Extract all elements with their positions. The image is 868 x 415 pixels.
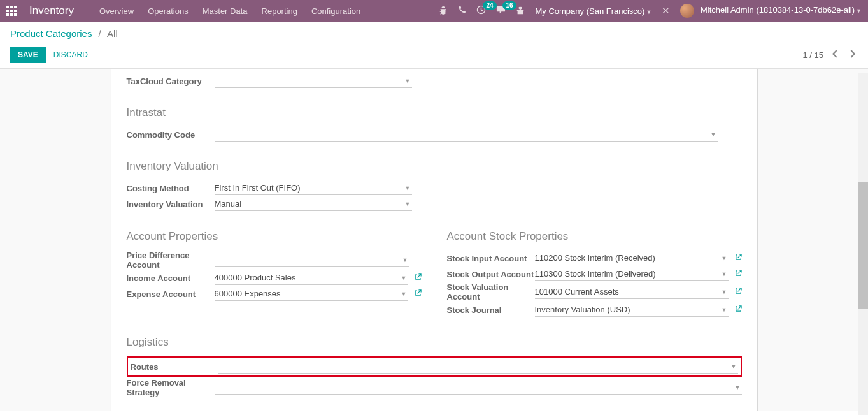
inventory-valuation-field[interactable]: Manual▼ bbox=[215, 197, 412, 211]
stock-journal-label: Stock Journal bbox=[447, 305, 535, 315]
save-button[interactable]: SAVE bbox=[10, 47, 46, 63]
external-link-icon[interactable] bbox=[415, 273, 422, 282]
commodity-label: Commodity Code bbox=[127, 130, 215, 140]
routes-label: Routes bbox=[131, 362, 218, 372]
pager-text[interactable]: 1 / 15 bbox=[802, 50, 823, 60]
discard-button[interactable]: DISCARD bbox=[46, 47, 96, 63]
top-navbar: Inventory Overview Operations Master Dat… bbox=[0, 0, 868, 22]
bug-icon[interactable] bbox=[439, 6, 448, 17]
external-link-icon[interactable] bbox=[735, 270, 742, 279]
scrollbar-thumb[interactable] bbox=[858, 182, 868, 309]
intrastat-title: Intrastat bbox=[127, 106, 742, 119]
expense-label: Expense Account bbox=[127, 289, 215, 299]
menu-operations[interactable]: Operations bbox=[148, 6, 189, 16]
price-diff-label: Price Difference Account bbox=[127, 251, 215, 270]
force-removal-label: Force Removal Strategy bbox=[127, 378, 215, 397]
pager: 1 / 15 bbox=[802, 48, 858, 61]
inventory-valuation-label: Inventory Valuation bbox=[127, 200, 215, 209]
form-sheet: TaxCloud Category ▼ Intrastat Commodity … bbox=[111, 69, 758, 411]
stock-valuation-label: Stock Valuation Account bbox=[447, 282, 535, 302]
app-name[interactable]: Inventory bbox=[29, 4, 74, 17]
user-menu[interactable]: Mitchell Admin (1810384-13-0-7db62e-all)… bbox=[680, 4, 862, 18]
discuss-badge: 16 bbox=[502, 1, 516, 10]
stock-output-label: Stock Output Account bbox=[447, 270, 535, 279]
stock-input-field[interactable]: 110200 Stock Interim (Received)▼ bbox=[535, 251, 729, 265]
income-label: Income Account bbox=[127, 273, 215, 283]
stock-valuation-field[interactable]: 101000 Current Assets▼ bbox=[535, 285, 729, 299]
income-field[interactable]: 400000 Product Sales▼ bbox=[215, 271, 408, 285]
costing-method-field[interactable]: First In First Out (FIFO)▼ bbox=[215, 181, 412, 195]
external-link-icon[interactable] bbox=[735, 305, 742, 314]
account-props-title: Account Properties bbox=[127, 230, 422, 243]
external-link-icon[interactable] bbox=[735, 288, 742, 296]
menu-overview[interactable]: Overview bbox=[99, 6, 134, 16]
pager-next[interactable] bbox=[847, 48, 858, 61]
external-link-icon[interactable] bbox=[735, 254, 742, 263]
stock-input-label: Stock Input Account bbox=[447, 254, 535, 263]
control-panel: Product Categories / All SAVE DISCARD 1 … bbox=[0, 22, 868, 69]
breadcrumb-current: All bbox=[107, 28, 118, 39]
pager-prev[interactable] bbox=[830, 48, 841, 61]
stock-props-title: Account Stock Properties bbox=[447, 230, 742, 243]
company-selector[interactable]: My Company (San Francisco)▼ bbox=[535, 6, 651, 16]
external-link-icon[interactable] bbox=[415, 289, 422, 298]
breadcrumb-root[interactable]: Product Categories bbox=[10, 28, 92, 39]
expense-field[interactable]: 600000 Expenses▼ bbox=[215, 287, 408, 301]
taxcloud-field[interactable]: ▼ bbox=[215, 74, 412, 88]
discuss-icon[interactable]: 16 bbox=[496, 5, 506, 17]
apps-icon[interactable] bbox=[6, 6, 17, 16]
routes-highlight: Routes ▼ bbox=[127, 356, 742, 377]
systray: 24 16 My Company (San Francisco)▼ ✕ Mitc… bbox=[439, 4, 862, 18]
menu-configuration[interactable]: Configuration bbox=[311, 6, 360, 16]
menu-master-data[interactable]: Master Data bbox=[203, 6, 248, 16]
activity-badge: 24 bbox=[483, 1, 496, 10]
force-removal-field[interactable]: ▼ bbox=[215, 381, 742, 395]
activity-icon[interactable]: 24 bbox=[476, 5, 486, 17]
routes-field[interactable]: ▼ bbox=[218, 360, 738, 374]
phone-icon[interactable] bbox=[458, 6, 466, 16]
stock-output-field[interactable]: 110300 Stock Interim (Delivered)▼ bbox=[535, 267, 729, 281]
menu-reporting[interactable]: Reporting bbox=[262, 6, 297, 16]
price-diff-field[interactable]: ▼ bbox=[215, 253, 409, 267]
logistics-title: Logistics bbox=[127, 336, 742, 349]
gift-icon[interactable] bbox=[516, 6, 525, 17]
costing-method-label: Costing Method bbox=[127, 184, 215, 193]
main-menu: Overview Operations Master Data Reportin… bbox=[99, 6, 360, 16]
form-scroll-area[interactable]: TaxCloud Category ▼ Intrastat Commodity … bbox=[0, 69, 868, 411]
close-icon[interactable]: ✕ bbox=[662, 5, 670, 17]
taxcloud-label: TaxCloud Category bbox=[127, 76, 215, 86]
inventory-valuation-title: Inventory Valuation bbox=[127, 160, 742, 173]
breadcrumb: Product Categories / All bbox=[10, 28, 858, 39]
commodity-field[interactable]: ▼ bbox=[215, 127, 718, 142]
stock-journal-field[interactable]: Inventory Valuation (USD)▼ bbox=[535, 303, 729, 317]
avatar bbox=[680, 4, 694, 18]
